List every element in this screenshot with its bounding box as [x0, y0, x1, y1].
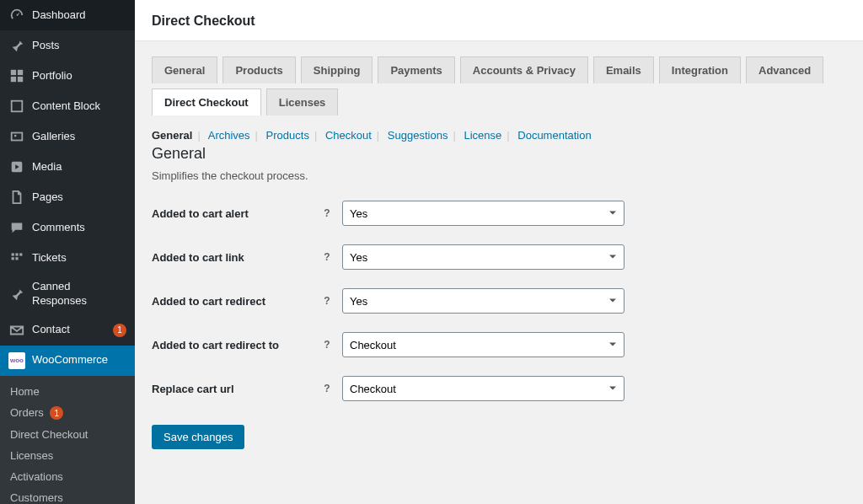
sidebar-item-portfolio[interactable]: Portfolio: [0, 61, 135, 91]
sidebar-item-canned[interactable]: Canned Responses: [0, 273, 135, 315]
settings-form: Added to cart alert ? Yes Added to cart …: [152, 201, 846, 401]
subtab-checkout[interactable]: Checkout: [325, 129, 372, 142]
tab-integration[interactable]: Integration: [659, 56, 741, 83]
tab-products[interactable]: Products: [222, 56, 295, 83]
svg-point-6: [14, 135, 17, 137]
sidebar-item-contact[interactable]: Contact 1: [0, 315, 135, 346]
sidebar-item-pages[interactable]: Pages: [0, 182, 135, 212]
help-icon[interactable]: ?: [320, 338, 334, 351]
subitem-customers[interactable]: Customers: [0, 487, 135, 504]
subitem-orders[interactable]: Orders 1: [0, 402, 135, 425]
svg-rect-3: [18, 77, 23, 82]
field-label: Added to cart redirect: [152, 295, 320, 308]
sidebar-label: Tickets: [32, 251, 126, 265]
sidebar-item-galleries[interactable]: Galleries: [0, 121, 135, 152]
save-button[interactable]: Save changes: [152, 425, 244, 449]
page-icon: [8, 189, 25, 206]
select-added-link[interactable]: Yes: [342, 244, 624, 270]
sidebar-label: Media: [32, 160, 126, 174]
sidebar-label: Contact: [32, 323, 110, 337]
svg-rect-0: [11, 70, 16, 75]
page-header: Direct Checkout: [135, 0, 863, 41]
tab-advanced[interactable]: Advanced: [746, 56, 823, 83]
tab-shipping[interactable]: Shipping: [301, 56, 373, 83]
sidebar-label: WooCommerce: [32, 353, 126, 367]
subtab-general[interactable]: General: [152, 129, 192, 142]
mail-icon: [8, 322, 25, 339]
pin-icon: [8, 37, 25, 54]
grid-icon: [8, 67, 25, 84]
field-added-to-cart-alert: Added to cart alert ? Yes: [152, 201, 846, 226]
help-icon[interactable]: ?: [320, 206, 334, 220]
section-title: General: [152, 145, 846, 163]
field-label: Replace cart url: [152, 383, 320, 395]
tab-direct-checkout[interactable]: Direct Checkout: [152, 88, 261, 115]
subtab-products[interactable]: Products: [266, 129, 309, 142]
select-replace-cart[interactable]: Checkout: [342, 376, 624, 401]
svg-rect-7: [12, 253, 14, 255]
tab-licenses[interactable]: Licenses: [266, 88, 339, 115]
section-desc: Simplifies the checkout process.: [152, 169, 846, 182]
sidebar-label: Content Block: [32, 99, 126, 114]
field-added-to-cart-redirect-to: Added to cart redirect to ? Checkout: [152, 332, 846, 357]
svg-rect-9: [19, 253, 22, 255]
select-added-alert[interactable]: Yes: [342, 201, 624, 226]
sidebar-submenu: Home Orders 1 Direct Checkout Licenses A…: [0, 376, 135, 504]
main-content: Direct Checkout General Products Shippin…: [135, 0, 863, 504]
field-label: Added to cart alert: [152, 207, 320, 220]
subtab-license[interactable]: License: [464, 129, 501, 142]
sidebar-label: Galleries: [32, 130, 126, 144]
svg-rect-11: [15, 257, 18, 260]
sidebar-item-content-block[interactable]: Content Block: [0, 91, 135, 121]
tab-payments[interactable]: Payments: [378, 56, 454, 83]
comment-icon: [8, 219, 25, 236]
field-label: Added to cart redirect to: [152, 339, 320, 351]
sidebar-item-tickets[interactable]: Tickets: [0, 243, 135, 273]
field-replace-cart-url: Replace cart url ? Checkout: [152, 376, 846, 401]
subtab-documentation[interactable]: Documentation: [517, 129, 591, 142]
gauge-icon: [8, 7, 25, 24]
media-icon: [8, 158, 25, 175]
admin-sidebar: Dashboard Posts Portfolio Content Block …: [0, 0, 135, 504]
sidebar-item-posts[interactable]: Posts: [0, 30, 135, 61]
ticket-icon: [8, 249, 25, 266]
tab-emails[interactable]: Emails: [593, 56, 654, 83]
help-icon[interactable]: ?: [320, 294, 334, 308]
subitem-activations[interactable]: Activations: [0, 466, 135, 487]
sub-tabs: General| Archives| Products| Checkout| S…: [152, 129, 846, 142]
notification-badge: 1: [50, 406, 63, 420]
select-redirect-to[interactable]: Checkout: [342, 332, 624, 357]
tab-accounts[interactable]: Accounts & Privacy: [460, 56, 588, 83]
sidebar-item-comments[interactable]: Comments: [0, 212, 135, 243]
help-icon[interactable]: ?: [320, 250, 334, 264]
sidebar-label: Posts: [32, 39, 126, 53]
sidebar-label: Dashboard: [32, 8, 126, 23]
svg-rect-1: [18, 70, 23, 75]
block-icon: [8, 98, 25, 115]
sidebar-label: Portfolio: [32, 69, 126, 83]
sidebar-item-media[interactable]: Media: [0, 152, 135, 182]
sidebar-label: Pages: [32, 190, 126, 205]
subtab-suggestions[interactable]: Suggestions: [388, 129, 448, 142]
subitem-licenses[interactable]: Licenses: [0, 445, 135, 466]
subitem-direct-checkout[interactable]: Direct Checkout: [0, 424, 135, 445]
images-icon: [8, 128, 25, 145]
subtab-archives[interactable]: Archives: [208, 129, 250, 142]
svg-rect-10: [12, 257, 14, 260]
field-added-to-cart-link: Added to cart link ? Yes: [152, 244, 846, 270]
tab-general[interactable]: General: [152, 56, 217, 83]
notification-badge: 1: [113, 324, 126, 337]
woo-icon: woo: [8, 352, 25, 369]
field-added-to-cart-redirect: Added to cart redirect ? Yes: [152, 288, 846, 314]
sidebar-label: Canned Responses: [32, 280, 126, 308]
subitem-home[interactable]: Home: [0, 381, 135, 402]
pin-icon: [8, 286, 25, 303]
svg-rect-5: [12, 133, 23, 141]
help-icon[interactable]: ?: [320, 382, 334, 395]
select-added-redirect[interactable]: Yes: [342, 288, 624, 314]
sidebar-item-dashboard[interactable]: Dashboard: [0, 0, 135, 30]
content-wrap: General Products Shipping Payments Accou…: [135, 41, 863, 504]
settings-tabs: General Products Shipping Payments Accou…: [152, 56, 846, 115]
sidebar-label: Comments: [32, 221, 126, 235]
sidebar-item-woocommerce[interactable]: woo WooCommerce: [0, 346, 135, 376]
